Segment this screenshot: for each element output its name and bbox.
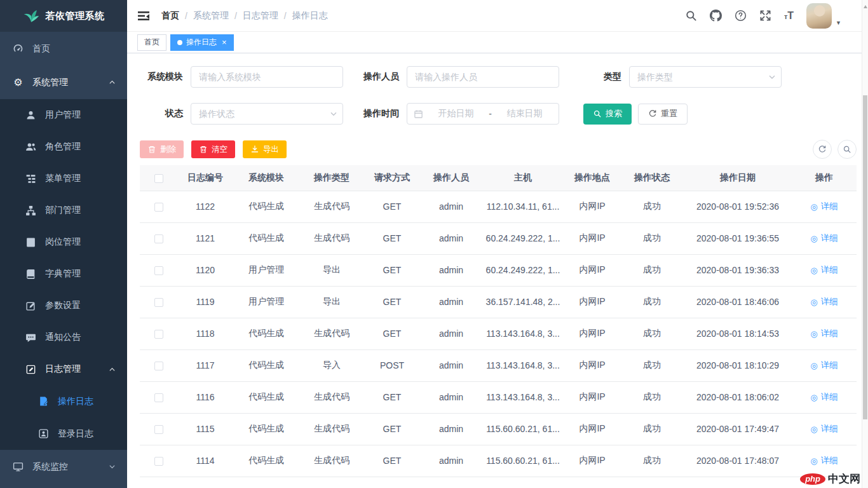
cell-method: GET <box>363 381 421 413</box>
detail-link[interactable]: ◎详细 <box>810 296 837 308</box>
cell-location: 内网IP <box>564 254 620 286</box>
cell-operator: admin <box>421 191 482 222</box>
cell-location: 内网IP <box>564 445 620 477</box>
row-checkbox[interactable] <box>154 330 163 339</box>
table-row: 1118代码生成生成代码GETadmin113.143.164.8, 3...内… <box>140 318 857 349</box>
operator-label: 操作人员 <box>361 71 399 83</box>
sidebar-item-menus[interactable]: 菜单管理 <box>0 163 127 194</box>
cell-date: 2020-08-01 18:14:53 <box>684 318 792 349</box>
operator-input[interactable] <box>407 66 559 88</box>
detail-link[interactable]: ◎详细 <box>810 423 837 435</box>
app-title: 若依管理系统 <box>46 10 105 22</box>
sidebar-item-departments[interactable]: 部门管理 <box>0 194 127 226</box>
sidebar-item-system[interactable]: ⚙系统管理 <box>0 65 127 99</box>
cell-op_type: 导出 <box>300 254 363 286</box>
row-checkbox[interactable] <box>154 362 163 370</box>
scroll-up-arrow-icon[interactable] <box>864 5 867 8</box>
tab-operation-log[interactable]: 操作日志× <box>170 34 234 51</box>
tab-home[interactable]: 首页 <box>137 34 166 51</box>
column-header: 操作状态 <box>620 165 684 191</box>
detail-link[interactable]: ◎详细 <box>810 360 837 371</box>
sidebar-item-roles[interactable]: 角色管理 <box>0 131 127 163</box>
eye-icon: ◎ <box>810 234 817 243</box>
detail-link[interactable]: ◎详细 <box>810 264 837 276</box>
sidebar-item-users[interactable]: 用户管理 <box>0 99 127 131</box>
row-checkbox[interactable] <box>154 266 163 275</box>
sidebar-item-login-log[interactable]: 登录日志 <box>0 417 127 450</box>
row-checkbox[interactable] <box>154 425 163 434</box>
column-header: 系统模块 <box>233 165 300 191</box>
cell-op_type: 生成代码 <box>300 445 363 477</box>
monitor-icon <box>13 461 24 472</box>
sidebar-item-home[interactable]: 首页 <box>0 32 127 65</box>
date-range-picker[interactable]: 开始日期 - 结束日期 <box>407 103 559 125</box>
hamburger-icon[interactable] <box>137 10 150 22</box>
row-checkbox[interactable] <box>154 298 163 307</box>
sidebar-item-params[interactable]: 参数设置 <box>0 290 127 322</box>
detail-link[interactable]: ◎详细 <box>810 391 837 403</box>
fullscreen-icon[interactable] <box>759 10 771 22</box>
sidebar-item-logs[interactable]: 日志管理 <box>0 353 127 385</box>
column-header: 操作地点 <box>564 165 620 191</box>
start-date-placeholder[interactable]: 开始日期 <box>428 108 484 119</box>
clear-button[interactable]: 清空 <box>191 140 235 158</box>
sidebar-item-label: 操作日志 <box>58 396 93 407</box>
scrollbar[interactable] <box>862 0 868 488</box>
cell-id: 1117 <box>178 349 233 381</box>
breadcrumb: 首页/系统管理/日志管理/操作日志 <box>161 10 328 22</box>
cell-op_type: 生成代码 <box>300 222 363 254</box>
sidebar-item-monitor[interactable]: 系统监控 <box>0 450 127 484</box>
module-input[interactable] <box>191 66 343 88</box>
cell-location: 内网IP <box>564 349 620 381</box>
top-navbar: 首页/系统管理/日志管理/操作日志 тT ▼ <box>127 0 868 32</box>
cell-status: 成功 <box>620 349 684 381</box>
status-select[interactable] <box>191 103 343 125</box>
sidebar-item-label: 系统监控 <box>32 461 68 473</box>
eye-icon: ◎ <box>810 203 817 211</box>
end-date-placeholder[interactable]: 结束日期 <box>497 108 552 119</box>
sidebar-item-label: 用户管理 <box>45 109 81 121</box>
app-logo[interactable]: 若依管理系统 <box>0 0 127 32</box>
user-menu[interactable]: ▼ <box>806 3 841 29</box>
cell-method: GET <box>363 286 421 318</box>
breadcrumb-item[interactable]: 首页 <box>161 10 179 22</box>
sidebar-item-operation-log[interactable]: 操作日志 <box>0 385 127 417</box>
row-checkbox[interactable] <box>154 234 163 243</box>
range-separator: - <box>489 109 492 119</box>
detail-link[interactable]: ◎详细 <box>810 233 837 244</box>
cell-id: 1122 <box>178 191 233 222</box>
type-select[interactable] <box>629 66 782 88</box>
select-all-checkbox[interactable] <box>154 174 163 183</box>
reset-button[interactable]: 重置 <box>638 104 688 125</box>
github-icon[interactable] <box>710 10 722 22</box>
sidebar-item-notices[interactable]: 通知公告 <box>0 322 127 353</box>
scrollbar-thumb[interactable] <box>863 95 867 419</box>
eye-icon: ◎ <box>810 362 817 370</box>
row-checkbox[interactable] <box>154 203 163 212</box>
detail-link[interactable]: ◎详细 <box>810 328 837 339</box>
row-checkbox[interactable] <box>154 457 163 466</box>
breadcrumb-item: 日志管理 <box>243 10 278 22</box>
refresh-button[interactable] <box>813 140 832 159</box>
question-icon[interactable] <box>735 10 747 22</box>
search-icon[interactable] <box>685 10 697 22</box>
export-button[interactable]: 导出 <box>243 140 287 158</box>
detail-link[interactable]: ◎详细 <box>810 455 837 466</box>
detail-link-label: 详细 <box>821 328 838 339</box>
detail-link[interactable]: ◎详细 <box>810 201 837 212</box>
table-row: 1122代码生成生成代码GETadmin112.10.34.11, 61...内… <box>140 191 857 222</box>
font-size-icon[interactable]: тT <box>784 11 794 21</box>
row-checkbox[interactable] <box>154 393 163 402</box>
breadcrumb-separator: / <box>234 11 237 21</box>
cell-location: 内网IP <box>564 413 620 445</box>
eye-icon: ◎ <box>810 393 817 402</box>
detail-link-label: 详细 <box>821 391 838 403</box>
delete-button[interactable]: 删除 <box>140 140 184 158</box>
sidebar-item-posts[interactable]: 岗位管理 <box>0 226 127 258</box>
close-icon[interactable]: × <box>222 38 227 46</box>
avatar[interactable] <box>806 3 832 29</box>
search-button[interactable]: 搜索 <box>583 104 632 125</box>
toggle-search-button[interactable] <box>837 140 857 159</box>
sidebar-item-dicts[interactable]: 字典管理 <box>0 258 127 290</box>
sidebar-item-label: 岗位管理 <box>45 236 81 248</box>
